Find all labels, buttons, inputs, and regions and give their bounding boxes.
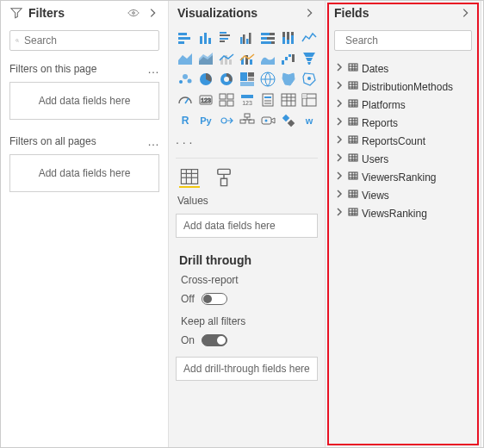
viz-decomposition-icon[interactable]: [238, 111, 257, 130]
table-icon: [348, 207, 358, 220]
field-table-item[interactable]: Platforms: [331, 96, 475, 114]
visualizations-pane: Visualizations 123123RPyw · · · Values A…: [169, 1, 326, 447]
svg-rect-19: [267, 37, 275, 40]
viz-line-icon[interactable]: [300, 28, 319, 47]
viz-pie-icon[interactable]: [196, 70, 215, 89]
chevron-right-icon: [334, 62, 344, 75]
field-table-item[interactable]: Views: [331, 186, 475, 204]
viz-r-visual-icon[interactable]: R: [176, 111, 195, 130]
viz-py-visual-icon[interactable]: Py: [196, 111, 215, 130]
more-icon[interactable]: …: [147, 135, 159, 147]
viz-slicer-icon[interactable]: [258, 90, 277, 109]
viz-key-influencers-icon[interactable]: [217, 111, 236, 130]
viz-ribbon-icon[interactable]: [258, 49, 277, 68]
viz-table-icon[interactable]: [279, 90, 298, 109]
filters-header: Filters: [1, 1, 168, 25]
svg-rect-62: [227, 101, 233, 106]
keep-filters-toggle-row: On: [169, 331, 325, 353]
field-table-label: Views: [362, 190, 389, 202]
fields-tool-icon[interactable]: [179, 167, 200, 188]
viz-clustered-column-icon[interactable]: [238, 28, 257, 47]
svg-rect-66: [264, 96, 271, 98]
fields-search-input[interactable]: [345, 34, 475, 47]
chevron-right-icon: [334, 152, 344, 165]
viz-clustered-bar-icon[interactable]: [217, 28, 236, 47]
field-table-item[interactable]: Reports: [331, 114, 475, 132]
viz-funnel-icon[interactable]: [300, 49, 319, 68]
expand-icon[interactable]: [146, 6, 159, 20]
field-table-item[interactable]: Users: [331, 150, 475, 168]
svg-rect-69: [282, 94, 295, 106]
field-table-item[interactable]: Dates: [331, 59, 475, 78]
filters-allpages-section: Filters on all pages …: [1, 128, 168, 151]
viz-card-icon[interactable]: 123: [196, 90, 215, 109]
field-table-item[interactable]: ViewersRanking: [331, 168, 475, 186]
filters-allpages-dropwell[interactable]: Add data fields here: [9, 154, 159, 192]
field-table-label: Reports: [362, 117, 398, 129]
keep-filters-toggle[interactable]: [202, 334, 227, 346]
filter-icon: [9, 6, 23, 20]
filters-search-input[interactable]: [24, 34, 153, 47]
svg-rect-12: [240, 37, 243, 44]
svg-rect-98: [349, 64, 357, 71]
viz-more-icon[interactable]: · · ·: [169, 134, 325, 154]
svg-rect-15: [249, 33, 251, 44]
svg-text:123: 123: [242, 100, 252, 106]
viz-paginated-icon[interactable]: [279, 111, 298, 130]
viz-filled-map-icon[interactable]: [279, 70, 298, 89]
viz-shape-map-icon[interactable]: [300, 70, 319, 89]
drillthrough-dropwell[interactable]: Add drill-through fields here: [176, 357, 318, 381]
svg-rect-39: [289, 54, 291, 57]
expand-icon[interactable]: [302, 6, 316, 20]
viz-stacked-bar-icon[interactable]: [176, 28, 195, 47]
viz-waterfall-icon[interactable]: [279, 49, 298, 68]
filters-search[interactable]: [9, 30, 159, 51]
svg-marker-43: [307, 62, 311, 65]
viz-line-column-icon[interactable]: [238, 49, 257, 68]
more-icon[interactable]: …: [147, 63, 159, 75]
viz-100-stacked-column-icon[interactable]: [279, 28, 298, 47]
eye-icon[interactable]: [127, 6, 140, 20]
svg-marker-28: [178, 53, 192, 65]
svg-rect-8: [220, 32, 226, 34]
svg-rect-21: [271, 41, 275, 44]
viz-arcgis-icon[interactable]: w: [300, 111, 319, 130]
viz-multi-row-card-icon[interactable]: [217, 90, 236, 109]
filters-page-dropwell[interactable]: Add data fields here: [9, 82, 159, 120]
chevron-right-icon: [334, 171, 344, 184]
chevron-right-icon: [334, 80, 344, 93]
viz-donut-icon[interactable]: [217, 70, 236, 89]
expand-icon[interactable]: [458, 6, 472, 20]
svg-rect-53: [240, 82, 254, 86]
viz-area-icon[interactable]: [176, 49, 195, 68]
viz-scatter-icon[interactable]: [176, 70, 195, 89]
cross-report-toggle[interactable]: [202, 293, 227, 305]
svg-rect-7: [208, 38, 211, 44]
svg-rect-59: [220, 94, 226, 99]
viz-tool-row: [169, 162, 325, 191]
viz-stacked-area-icon[interactable]: [196, 49, 215, 68]
viz-kpi-icon[interactable]: 123: [238, 90, 257, 109]
filters-pane: Filters Filters on this page … Add data …: [1, 1, 169, 447]
viz-line-bar-icon[interactable]: [217, 49, 236, 68]
viz-matrix-icon[interactable]: [300, 90, 319, 109]
values-dropwell[interactable]: Add data fields here: [176, 214, 318, 238]
viz-stacked-column-icon[interactable]: [196, 28, 215, 47]
format-tool-icon[interactable]: [214, 167, 234, 188]
field-table-item[interactable]: ReportsCount: [331, 132, 475, 150]
svg-rect-91: [181, 170, 197, 184]
field-table-item[interactable]: ViewsRanking: [331, 204, 475, 222]
viz-qna-icon[interactable]: [258, 111, 277, 130]
viz-map-icon[interactable]: [258, 70, 277, 89]
svg-rect-96: [218, 169, 230, 174]
fields-search[interactable]: [334, 30, 472, 51]
svg-marker-41: [303, 53, 315, 57]
viz-100-stacked-bar-icon[interactable]: [258, 28, 277, 47]
table-icon: [348, 189, 358, 202]
svg-rect-9: [220, 34, 230, 36]
chevron-right-icon: [334, 116, 344, 129]
viz-gauge-icon[interactable]: [176, 90, 195, 109]
viz-treemap-icon[interactable]: [238, 70, 257, 89]
field-table-item[interactable]: DistributionMethods: [331, 78, 475, 96]
svg-rect-4: [178, 41, 184, 44]
